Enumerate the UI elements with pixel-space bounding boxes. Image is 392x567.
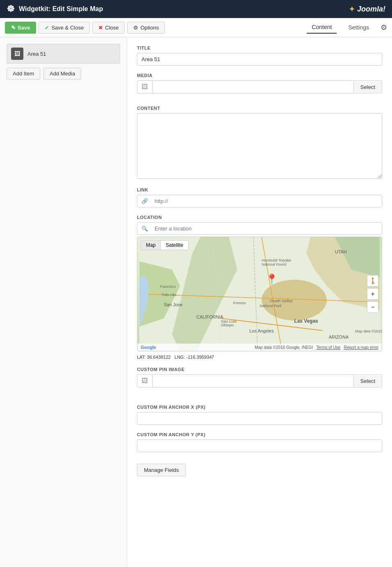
svg-text:Los Angeles: Los Angeles bbox=[249, 328, 274, 333]
map-controls: 🚶 + − bbox=[367, 275, 378, 313]
pin-anchor-y-input[interactable] bbox=[137, 439, 382, 452]
media-select-button[interactable]: Select bbox=[353, 82, 382, 93]
svg-text:Fresno: Fresno bbox=[233, 301, 246, 305]
zoom-out-button[interactable]: − bbox=[367, 301, 378, 313]
svg-text:UTAH: UTAH bbox=[335, 249, 347, 254]
sidebar-item-label: Area 51 bbox=[27, 51, 46, 57]
lat-value: 36.6438122 bbox=[147, 355, 171, 360]
svg-text:San Jose: San Jose bbox=[164, 302, 182, 307]
custom-pin-label: CUSTOM PIN IMAGE bbox=[137, 367, 382, 372]
options-button[interactable]: ⚙ Options bbox=[127, 22, 165, 34]
link-field: 🔗 bbox=[137, 195, 382, 207]
item-thumbnail-icon: 🖼 bbox=[11, 48, 23, 60]
zoom-in-button[interactable]: + bbox=[367, 288, 378, 300]
map-copyright: Map data ©2016 Google, INEGI bbox=[255, 345, 313, 350]
pin-anchor-y-group: CUSTOM PIN ANCHOR Y (PX) bbox=[137, 432, 382, 452]
joomla-text: Joomla! bbox=[357, 5, 385, 14]
location-field-group: LOCATION 🔍 bbox=[137, 215, 382, 360]
media-field-group: MEDIA 🖼 Select bbox=[137, 73, 382, 93]
main-layout: 🖼 Area 51 Add Item Add Media TITLE MEDIA… bbox=[0, 37, 392, 567]
image-icon: 🖼 bbox=[14, 50, 20, 57]
location-field: 🔍 bbox=[137, 222, 382, 235]
app-title: Widgetkit: Edit Simple Map bbox=[19, 5, 103, 13]
svg-text:Map data ©2016 Google, INEGI: Map data ©2016 Google, INEGI bbox=[355, 329, 382, 333]
pin-anchor-x-label: CUSTOM PIN ANCHOR X (PX) bbox=[137, 405, 382, 410]
map-pin: 📍 bbox=[266, 273, 278, 285]
joomla-logo: ✦ Joomla! bbox=[349, 4, 385, 14]
widgetkit-icon: ☸ bbox=[7, 4, 15, 14]
media-label: MEDIA bbox=[137, 73, 382, 78]
map-svg: Death Valley National Park Las Vegas CAL… bbox=[137, 237, 382, 351]
tab-settings[interactable]: Settings bbox=[343, 22, 374, 33]
media-image-icon: 🖼 bbox=[137, 81, 153, 93]
save-label: Save bbox=[18, 25, 30, 31]
custom-pin-select-button[interactable]: Select bbox=[353, 376, 382, 387]
media-field: 🖼 Select bbox=[137, 80, 382, 93]
header-title-group: ☸ Widgetkit: Edit Simple Map bbox=[7, 4, 103, 14]
title-field-group: TITLE bbox=[137, 46, 382, 66]
sidebar: 🖼 Area 51 Add Item Add Media bbox=[0, 37, 127, 567]
map-type-satellite-button[interactable]: Satellite bbox=[161, 241, 188, 250]
map-data-text: Map data ©2016 Google, INEGI Terms of Us… bbox=[255, 345, 378, 350]
svg-text:Las Vegas: Las Vegas bbox=[294, 318, 318, 324]
link-input[interactable] bbox=[152, 195, 382, 207]
custom-pin-image-icon: 🖼 bbox=[137, 375, 153, 387]
sidebar-item-area51[interactable]: 🖼 Area 51 bbox=[7, 44, 120, 64]
svg-text:ARIZONA: ARIZONA bbox=[329, 335, 349, 339]
add-item-button[interactable]: Add Item bbox=[7, 68, 40, 80]
lng-value: -116.3959347 bbox=[186, 355, 214, 360]
options-label: Options bbox=[140, 25, 159, 31]
content-textarea[interactable] bbox=[137, 113, 382, 179]
svg-text:Obispo: Obispo bbox=[221, 323, 234, 327]
person-icon: 🚶 bbox=[369, 278, 376, 284]
custom-pin-field: 🖼 Select bbox=[137, 374, 382, 387]
link-label: LINK bbox=[137, 187, 382, 192]
map-type-control: Map Satellite bbox=[141, 240, 189, 250]
svg-text:Palo Alto: Palo Alto bbox=[162, 293, 176, 297]
svg-text:National Park: National Park bbox=[260, 304, 282, 308]
content-area: TITLE MEDIA 🖼 Select CONTENT LINK 🔗 bbox=[127, 37, 392, 567]
content-label: CONTENT bbox=[137, 106, 382, 111]
close-button[interactable]: ✖ Close bbox=[92, 22, 125, 34]
media-empty-area bbox=[153, 84, 353, 89]
pin-anchor-x-group: CUSTOM PIN ANCHOR X (PX) bbox=[137, 405, 382, 425]
custom-pin-field-group: CUSTOM PIN IMAGE 🖼 Select bbox=[137, 367, 382, 387]
content-field-group: CONTENT bbox=[137, 106, 382, 180]
save-icon: ✎ bbox=[11, 25, 16, 31]
report-link[interactable]: Report a map error bbox=[344, 345, 378, 350]
save-close-label: Save & Close bbox=[51, 25, 84, 31]
custom-pin-empty bbox=[153, 378, 353, 383]
title-input[interactable] bbox=[137, 53, 382, 66]
manage-fields-button[interactable]: Manage Fields bbox=[137, 464, 186, 476]
pin-anchor-y-label: CUSTOM PIN ANCHOR Y (PX) bbox=[137, 432, 382, 437]
add-media-button[interactable]: Add Media bbox=[43, 68, 81, 80]
search-icon: 🔍 bbox=[137, 223, 152, 235]
app-header: ☸ Widgetkit: Edit Simple Map ✦ Joomla! bbox=[0, 0, 392, 18]
options-icon: ⚙ bbox=[133, 25, 138, 31]
title-label: TITLE bbox=[137, 46, 382, 50]
map-type-map-button[interactable]: Map bbox=[141, 241, 160, 250]
toolbar-tabs: Content Settings ⚙ bbox=[307, 21, 387, 34]
tab-content[interactable]: Content bbox=[307, 21, 337, 34]
gear-button[interactable]: ⚙ bbox=[381, 23, 387, 32]
svg-text:Death Valley: Death Valley bbox=[270, 298, 293, 303]
pin-anchor-x-input[interactable] bbox=[137, 412, 382, 425]
map-background: Death Valley National Park Las Vegas CAL… bbox=[137, 237, 382, 351]
lng-label: LNG: bbox=[175, 355, 185, 360]
save-close-button[interactable]: ✔ Save & Close bbox=[39, 22, 90, 34]
map-footer: Google Map data ©2016 Google, INEGI Term… bbox=[137, 344, 382, 351]
save-button[interactable]: ✎ Save bbox=[5, 22, 36, 34]
street-view-button[interactable]: 🚶 bbox=[367, 275, 378, 287]
svg-text:Humboldt-Toiyabe: Humboldt-Toiyabe bbox=[262, 258, 291, 262]
map-container[interactable]: Death Valley National Park Las Vegas CAL… bbox=[137, 237, 382, 351]
link-field-group: LINK 🔗 bbox=[137, 187, 382, 207]
location-input[interactable] bbox=[152, 223, 382, 235]
close-icon: ✖ bbox=[98, 25, 103, 31]
google-logo: Google bbox=[141, 345, 156, 350]
location-label: LOCATION bbox=[137, 215, 382, 220]
svg-text:Francisco: Francisco bbox=[160, 285, 176, 289]
save-close-icon: ✔ bbox=[45, 25, 49, 31]
terms-link[interactable]: Terms of Use bbox=[316, 345, 340, 350]
close-label: Close bbox=[105, 25, 119, 31]
svg-text:CALIFORNIA: CALIFORNIA bbox=[196, 314, 223, 319]
